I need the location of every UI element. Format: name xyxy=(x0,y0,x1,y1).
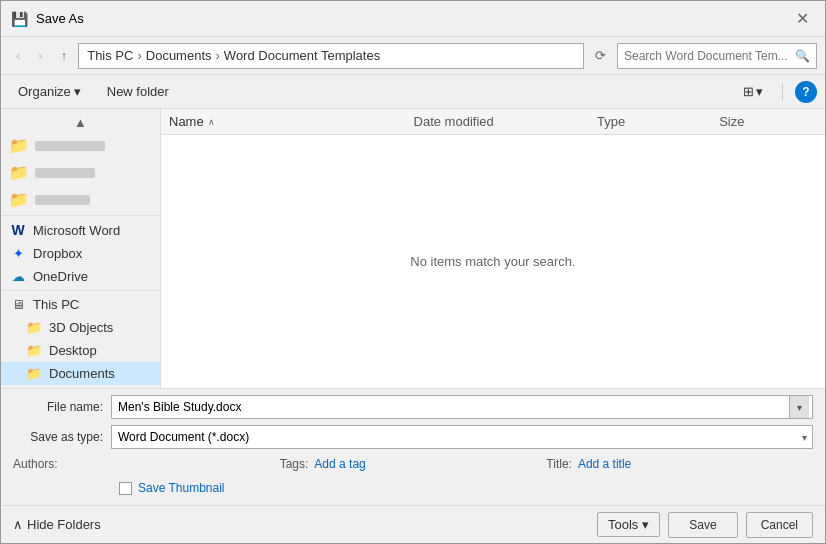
sidebar-item-recent1[interactable]: 📁 xyxy=(1,132,160,159)
title-bar: 💾 Save As ✕ xyxy=(1,1,825,37)
sidebar-item-microsoft-word[interactable]: W Microsoft Word xyxy=(1,218,160,242)
file-area: Name ∧ Date modified Type Size No items … xyxy=(161,109,825,388)
column-size[interactable]: Size xyxy=(719,114,817,129)
nav-bar: ‹ › ↑ This PC › Documents › Word Documen… xyxy=(1,37,825,75)
recent-folder-2-label xyxy=(35,168,95,178)
column-date[interactable]: Date modified xyxy=(414,114,597,129)
breadcrumb-sep2: › xyxy=(216,48,220,63)
bottom-bar: File name: ▾ Save as type: Word Document… xyxy=(1,388,825,505)
title-label: Title: xyxy=(546,457,572,471)
sidebar-divider1 xyxy=(1,215,160,216)
date-col-label: Date modified xyxy=(414,114,494,129)
sidebar-item-this-pc[interactable]: 🖥 This PC xyxy=(1,293,160,316)
hide-folders-label: Hide Folders xyxy=(27,517,101,532)
onedrive-icon: ☁ xyxy=(9,269,27,284)
3d-objects-icon: 📁 xyxy=(25,320,43,335)
forward-button[interactable]: › xyxy=(31,44,49,67)
footer-right: Tools ▾ Save Cancel xyxy=(597,512,813,538)
add-title-link[interactable]: Add a title xyxy=(578,457,631,471)
authors-label: Authors: xyxy=(13,457,58,471)
add-tag-link[interactable]: Add a tag xyxy=(314,457,365,471)
breadcrumb-templates[interactable]: Word Document Templates xyxy=(224,48,380,63)
column-type[interactable]: Type xyxy=(597,114,719,129)
dialog-icon: 💾 xyxy=(11,11,28,27)
help-button[interactable]: ? xyxy=(795,81,817,103)
view-arrow: ▾ xyxy=(756,84,763,99)
hide-folders-button[interactable]: ∧ Hide Folders xyxy=(13,517,101,532)
toolbar-separator xyxy=(782,83,783,101)
file-name-label: File name: xyxy=(13,400,103,414)
dropbox-label: Dropbox xyxy=(33,246,82,261)
save-as-type-label: Save as type: xyxy=(13,430,103,444)
sidebar-item-3d-objects[interactable]: 📁 3D Objects xyxy=(1,316,160,339)
this-pc-label: This PC xyxy=(33,297,79,312)
tags-group: Tags: Add a tag xyxy=(280,457,547,471)
thumbnail-label[interactable]: Save Thumbnail xyxy=(138,481,225,495)
organize-label: Organize xyxy=(18,84,71,99)
sidebar: ▲ 📁 📁 📁 W Microsoft Word ✦ xyxy=(1,109,161,388)
word-icon: W xyxy=(9,222,27,238)
sort-arrow-icon: ∧ xyxy=(208,117,215,127)
recent-folder-3-label xyxy=(35,195,90,205)
tools-button[interactable]: Tools ▾ xyxy=(597,512,660,537)
up-button[interactable]: ↑ xyxy=(54,44,75,67)
breadcrumb[interactable]: This PC › Documents › Word Document Temp… xyxy=(78,43,584,69)
meta-row: Authors: Tags: Add a tag Title: Add a ti… xyxy=(13,455,813,473)
pc-icon: 🖥 xyxy=(9,297,27,312)
search-input[interactable] xyxy=(624,49,791,63)
footer-bar: ∧ Hide Folders Tools ▾ Save Cancel xyxy=(1,505,825,543)
close-button[interactable]: ✕ xyxy=(790,7,815,30)
new-folder-button[interactable]: New folder xyxy=(98,80,178,103)
search-bar: 🔍 xyxy=(617,43,817,69)
dialog-title: Save As xyxy=(36,11,84,26)
folder-yellow-icon2: 📁 xyxy=(9,163,29,182)
file-name-input[interactable] xyxy=(111,395,813,419)
documents-label: Documents xyxy=(49,366,115,381)
view-icon: ⊞ xyxy=(743,84,754,99)
size-col-label: Size xyxy=(719,114,744,129)
sidebar-scroll-up[interactable]: ▲ xyxy=(1,113,160,132)
save-as-type-row: Save as type: Word Document (*.docx) ▾ xyxy=(13,425,813,449)
folder-yellow-icon: 📁 xyxy=(9,136,29,155)
save-as-type-select[interactable]: Word Document (*.docx) xyxy=(111,425,813,449)
sidebar-item-recent2[interactable]: 📁 xyxy=(1,159,160,186)
sidebar-item-recent3[interactable]: 📁 xyxy=(1,186,160,213)
new-folder-label: New folder xyxy=(107,84,169,99)
search-icon: 🔍 xyxy=(795,49,810,63)
save-thumbnail-checkbox[interactable] xyxy=(119,482,132,495)
microsoft-word-label: Microsoft Word xyxy=(33,223,120,238)
back-button[interactable]: ‹ xyxy=(9,44,27,67)
sidebar-item-dropbox[interactable]: ✦ Dropbox xyxy=(1,242,160,265)
tools-arrow-icon: ▾ xyxy=(642,517,649,532)
file-name-dropdown-arrow[interactable]: ▾ xyxy=(789,396,809,418)
desktop-label: Desktop xyxy=(49,343,97,358)
name-col-label: Name xyxy=(169,114,204,129)
tags-label: Tags: xyxy=(280,457,309,471)
refresh-button[interactable]: ⟳ xyxy=(588,44,613,67)
toolbar: Organize ▾ New folder ⊞ ▾ ? xyxy=(1,75,825,109)
file-name-input-wrapper: ▾ xyxy=(111,395,813,419)
empty-message-text: No items match your search. xyxy=(410,254,575,269)
column-name[interactable]: Name ∧ xyxy=(169,114,414,129)
save-button[interactable]: Save xyxy=(668,512,737,538)
title-bar-left: 💾 Save As xyxy=(11,11,84,27)
sidebar-item-documents[interactable]: 📁 Documents xyxy=(1,362,160,385)
recent-folder-1-label xyxy=(35,141,105,151)
tools-label: Tools xyxy=(608,517,638,532)
sidebar-item-desktop[interactable]: 📁 Desktop xyxy=(1,339,160,362)
save-as-dialog: 💾 Save As ✕ ‹ › ↑ This PC › Documents › … xyxy=(0,0,826,544)
organize-button[interactable]: Organize ▾ xyxy=(9,80,90,103)
view-button[interactable]: ⊞ ▾ xyxy=(736,80,770,103)
authors-group: Authors: xyxy=(13,457,280,471)
breadcrumb-sep1: › xyxy=(137,48,141,63)
save-as-type-wrapper: Word Document (*.docx) ▾ xyxy=(111,425,813,449)
desktop-icon: 📁 xyxy=(25,343,43,358)
cancel-button[interactable]: Cancel xyxy=(746,512,813,538)
dropbox-icon: ✦ xyxy=(9,246,27,261)
breadcrumb-this-pc[interactable]: This PC xyxy=(87,48,133,63)
file-header: Name ∧ Date modified Type Size xyxy=(161,109,825,135)
sidebar-item-onedrive[interactable]: ☁ OneDrive xyxy=(1,265,160,288)
breadcrumb-documents[interactable]: Documents xyxy=(146,48,212,63)
onedrive-label: OneDrive xyxy=(33,269,88,284)
documents-icon: 📁 xyxy=(25,366,43,381)
